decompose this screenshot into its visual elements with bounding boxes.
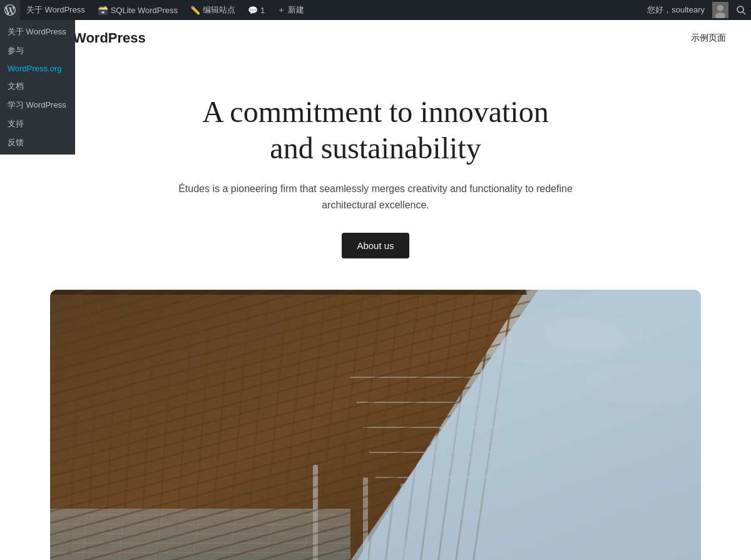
comments-count: 1 (260, 6, 265, 15)
svg-line-4 (743, 12, 745, 14)
svg-point-7 (544, 315, 645, 352)
dropdown-item-docs[interactable]: 文档 (0, 77, 75, 96)
adminbar-new[interactable]: ＋ 新建 (271, 0, 310, 20)
edit-site-label: 编辑站点 (203, 4, 235, 16)
site-header: SQLite WordPress 示例页面 (0, 20, 751, 56)
wp-dropdown-menu: 关于 WordPress 参与 WordPress.org 文档 学习 Word… (0, 20, 75, 155)
dropdown-item-learn[interactable]: 学习 WordPress (0, 96, 75, 115)
dropdown-item-support[interactable]: 支持 (0, 115, 75, 133)
hero-description: Études is a pioneering firm that seamles… (150, 181, 601, 213)
user-avatar[interactable] (712, 2, 728, 18)
hero-title: A commitment to innovation and sustainab… (150, 94, 601, 166)
building-image (50, 290, 701, 560)
adminbar-comments[interactable]: 💬 1 (242, 0, 271, 20)
adminbar-site-icon[interactable]: 🗃️ SQLite WordPress (91, 0, 184, 20)
adminbar-about-wordpress[interactable]: 关于 WordPress (20, 0, 91, 20)
admin-bar: 关于 WordPress 🗃️ SQLite WordPress ✏️ 编辑站点… (0, 0, 751, 20)
building-image-section (50, 290, 701, 560)
adminbar-site-name: SQLite WordPress (111, 6, 178, 15)
search-icon[interactable] (731, 0, 751, 20)
dropdown-item-wporg[interactable]: WordPress.org (0, 60, 75, 77)
svg-point-1 (717, 5, 723, 11)
svg-point-9 (582, 362, 701, 405)
svg-point-3 (737, 6, 743, 13)
adminbar-greeting: 您好，soulteary (642, 4, 710, 16)
adminbar-edit-site[interactable]: ✏️ 编辑站点 (184, 0, 242, 20)
about-us-button[interactable]: About us (342, 233, 409, 258)
dropdown-item-about[interactable]: 关于 WordPress (0, 23, 75, 41)
sample-page-link[interactable]: 示例页面 (691, 33, 726, 44)
svg-rect-59 (401, 484, 406, 560)
about-wordpress-label: 关于 WordPress (26, 4, 85, 16)
site-wrapper: SQLite WordPress 示例页面 A commitment to in… (0, 20, 751, 560)
building-overlay (50, 290, 701, 560)
dropdown-item-participate[interactable]: 参与 (0, 41, 75, 60)
hero-section: A commitment to innovation and sustainab… (125, 56, 626, 290)
wp-logo-icon[interactable] (0, 0, 20, 20)
dropdown-item-feedback[interactable]: 反馈 (0, 133, 75, 152)
new-label: 新建 (288, 4, 304, 16)
